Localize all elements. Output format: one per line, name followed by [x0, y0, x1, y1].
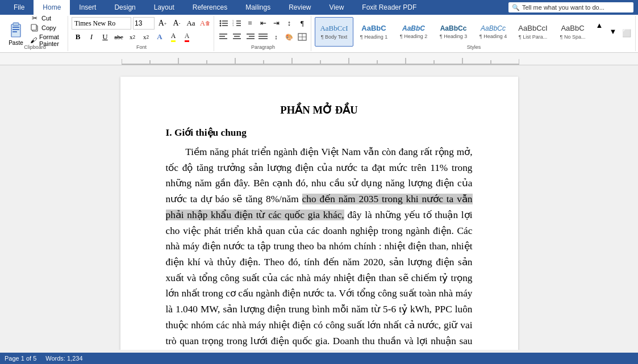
styles-expand[interactable]: ⬜ [620, 27, 633, 40]
clear-formatting-button[interactable]: A🗑 [199, 17, 211, 30]
increase-indent-button[interactable]: ⇥ [270, 17, 282, 30]
font-color-button[interactable]: A [181, 31, 193, 43]
style-heading1-label: ¶ Heading 1 [360, 34, 387, 40]
svg-rect-3 [12, 29, 19, 30]
style-heading2[interactable]: AaBbC ¶ Heading 2 [394, 17, 433, 47]
bold-button[interactable]: B [72, 31, 84, 43]
paragraph-row1: 1.2.3. ≡ ⇤ ⇥ ↕ ¶ [218, 17, 308, 30]
ruler: // Can't use script here in SVG, use sta… [0, 53, 638, 65]
copy-button[interactable]: Copy [28, 23, 64, 32]
document-area: PHẦN MỞ ĐẦU I. Giới thiệu chung Tiềm năn… [0, 65, 638, 350]
svg-point-12 [220, 25, 222, 27]
font-name-input[interactable] [72, 17, 131, 30]
style-no-spacing-preview: AaBbC [561, 24, 584, 33]
borders-button[interactable] [296, 31, 308, 43]
tab-view[interactable]: View [320, 0, 353, 15]
tab-mailings[interactable]: Mailings [236, 0, 280, 15]
multilevel-list-button[interactable]: ≡ [244, 17, 256, 30]
style-no-spacing[interactable]: AaBbC ¶ No Spa... [553, 17, 592, 47]
align-center-button[interactable] [231, 31, 243, 43]
tab-insert[interactable]: Insert [70, 0, 105, 15]
increase-font-button[interactable]: A+ [156, 17, 169, 30]
search-placeholder: Tell me what you want to do... [522, 4, 604, 11]
italic-button[interactable]: I [85, 31, 98, 43]
svg-text:3.: 3. [232, 24, 234, 27]
show-formatting-button[interactable]: ¶ [296, 17, 308, 30]
style-heading2-preview: AaBbC [402, 24, 425, 32]
decrease-font-button[interactable]: A- [170, 17, 183, 30]
style-heading1-preview: AaBbC [361, 24, 386, 33]
style-heading1[interactable]: AaBbC ¶ Heading 1 [355, 17, 393, 47]
tab-references[interactable]: References [184, 0, 236, 15]
svg-rect-34 [122, 64, 519, 65]
style-no-spacing-label: ¶ No Spa... [560, 34, 586, 40]
style-heading4-label: ¶ Heading 4 [479, 34, 507, 39]
paragraph-1: Tiềm năng phát triển ngành điện Việt Nam… [166, 144, 473, 350]
cut-icon: ✂ [30, 14, 39, 22]
style-list-para-label: ¶ List Para... [519, 34, 547, 40]
paste-icon [7, 22, 25, 40]
tab-file[interactable]: File [5, 0, 34, 15]
numbering-button[interactable]: 1.2.3. [231, 17, 243, 30]
tab-layout[interactable]: Layout [145, 0, 184, 15]
style-heading3-preview: AaBbCc [440, 24, 467, 32]
search-box[interactable]: 🔍 Tell me what you want to do... [508, 2, 633, 12]
svg-rect-0 [11, 24, 20, 37]
superscript-button[interactable]: x2 [140, 31, 152, 43]
selected-text: cho đến năm 2035 trong khi nước ta vẫn p… [166, 194, 473, 220]
underline-button[interactable]: U [99, 31, 111, 43]
cut-button[interactable]: ✂ Cut [28, 14, 64, 23]
shading-button[interactable]: 🎨 [283, 31, 295, 43]
styles-group-label: Styles [312, 44, 635, 50]
bullets-button[interactable] [218, 17, 230, 30]
font-group-label: Font [69, 44, 214, 50]
change-case-button[interactable]: Aa [185, 17, 197, 30]
style-list-para[interactable]: AaBbCcI ¶ List Para... [514, 17, 552, 47]
decrease-indent-button[interactable]: ⇤ [257, 17, 269, 30]
style-heading3[interactable]: AaBbCc ¶ Heading 3 [434, 17, 473, 47]
styles-scroll-down[interactable]: ▼ [607, 26, 619, 38]
sort-button[interactable]: ↕ [283, 17, 295, 30]
tab-design[interactable]: Design [105, 0, 144, 15]
strikethrough-button[interactable]: abc [112, 31, 125, 43]
page-title: PHẦN MỞ ĐẦU [166, 104, 473, 116]
paragraph-group-label: Paragraph [215, 44, 311, 50]
title-bar: File Home Insert Design Layout Reference… [0, 0, 638, 15]
styles-group: AaBbCcI ¶ Body Text AaBbC ¶ Heading 1 Aa… [312, 16, 636, 51]
svg-rect-1 [13, 23, 19, 26]
font-name-row: A+ A- Aa A🗑 [72, 17, 211, 30]
style-heading2-label: ¶ Heading 2 [400, 34, 427, 39]
body-text[interactable]: Tiềm năng phát triển ngành điện Việt Nam… [166, 144, 473, 350]
justify-button[interactable] [257, 31, 269, 43]
ribbon: Paste ✂ Cut Copy 🖌 [0, 15, 638, 53]
clipboard-group: Paste ✂ Cut Copy 🖌 [2, 16, 68, 51]
tab-home[interactable]: Home [34, 0, 70, 15]
paste-button[interactable]: Paste [6, 20, 26, 47]
cut-label: Cut [41, 15, 51, 22]
align-left-button[interactable] [218, 31, 230, 43]
font-group: A+ A- Aa A🗑 B I U abc x2 x2 A A A Fo [69, 16, 214, 51]
text-effects-button[interactable]: A [153, 31, 166, 43]
style-body-text-preview: AaBbCcI [320, 24, 348, 33]
svg-point-11 [220, 23, 222, 24]
align-right-button[interactable] [244, 31, 256, 43]
tab-review[interactable]: Review [280, 0, 320, 15]
toolbar: Paste ✂ Cut Copy 🖌 [0, 15, 638, 52]
style-heading4[interactable]: AaBbCc ¶ Heading 4 [474, 17, 512, 47]
tab-foxit[interactable]: Foxit Reader PDF [353, 0, 426, 15]
section-heading: I. Giới thiệu chung [166, 127, 473, 139]
font-size-input[interactable] [133, 17, 155, 30]
subscript-button[interactable]: x2 [126, 31, 139, 43]
styles-scroll-up[interactable]: ▲ [593, 19, 606, 32]
style-list-para-preview: AaBbCcI [518, 24, 547, 33]
format-painter-icon: 🖌 [30, 36, 37, 44]
style-body-text-label: ¶ Body Text [321, 34, 348, 40]
paragraph-group: 1.2.3. ≡ ⇤ ⇥ ↕ ¶ [215, 16, 311, 51]
svg-rect-4 [12, 31, 17, 32]
line-spacing-button[interactable]: ↕ [270, 31, 282, 43]
highlight-button[interactable]: A [167, 31, 180, 43]
style-body-text[interactable]: AaBbCcI ¶ Body Text [315, 17, 353, 47]
copy-label: Copy [41, 24, 56, 31]
style-heading4-preview: AaBbCc [481, 24, 506, 32]
title-bar-tabs: File Home Insert Design Layout Reference… [5, 0, 426, 15]
